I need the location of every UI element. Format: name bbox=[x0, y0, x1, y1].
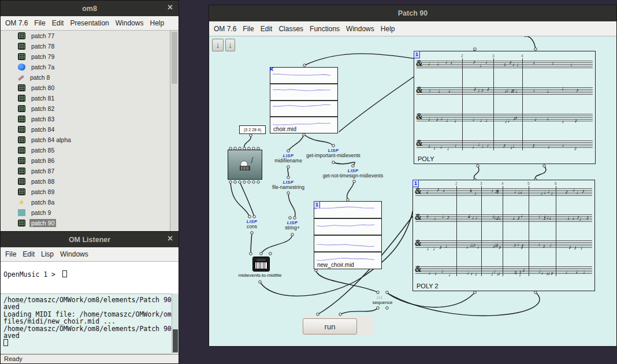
listener-statusbar: Ready bbox=[1, 354, 179, 363]
barline bbox=[503, 186, 503, 276]
list-item[interactable]: patch 90 bbox=[1, 218, 170, 228]
menu-item-presentation[interactable]: Presentation bbox=[70, 19, 109, 27]
base-icon bbox=[240, 166, 250, 170]
note-glyph: ♩ bbox=[562, 142, 567, 148]
eval-arrow-green-button[interactable]: ↓ bbox=[225, 39, 235, 51]
close-icon[interactable]: × bbox=[168, 233, 173, 244]
menu-item-help[interactable]: Help bbox=[381, 25, 395, 33]
list-item[interactable]: patch 89 bbox=[1, 187, 170, 197]
note-glyph: ♩ bbox=[454, 118, 460, 124]
menu-item-functions[interactable]: Functions bbox=[310, 25, 340, 33]
list-item[interactable]: patch 87 bbox=[1, 166, 170, 176]
list-value-box[interactable]: (3 2 28 4) bbox=[239, 125, 266, 134]
lisp-box-get-not-timesign-midievents[interactable]: LISP get-not-timesign-midievents bbox=[315, 169, 391, 179]
list-item[interactable]: patch 79 bbox=[1, 51, 170, 62]
close-icon[interactable]: × bbox=[168, 2, 173, 13]
list-item[interactable]: patch 88 bbox=[1, 176, 170, 187]
list-item[interactable]: patch 9 bbox=[1, 207, 170, 218]
patch-canvas[interactable]: ↓ ↓ × choir.mid (3 2 28 4) ʃ LISP midif bbox=[210, 36, 616, 346]
list-item[interactable]: patch 83 bbox=[1, 114, 170, 124]
listener-prompt-area[interactable]: OpenMusic 1 > bbox=[1, 262, 179, 294]
poly2-score-box[interactable]: 1 POLY 2 &&&&23456♩♪♩♪♩♩♩♪♪♪♩♩♩♩♩♩♩♪♩♩♪♪… bbox=[412, 180, 595, 291]
workspace-titlebar[interactable]: om8 × bbox=[1, 1, 179, 16]
note-glyph: ♪ bbox=[521, 243, 524, 248]
lisp-label: get-important-midievents bbox=[296, 153, 371, 158]
menu-item-file[interactable]: File bbox=[243, 25, 254, 33]
note-glyph: ♩ bbox=[562, 118, 567, 124]
list-item[interactable]: patch 7a bbox=[1, 62, 170, 72]
note-glyph: ♩ bbox=[581, 245, 586, 251]
list-item[interactable]: patch 77 bbox=[1, 31, 170, 41]
list-item[interactable]: patch 81 bbox=[1, 93, 170, 103]
menu-item-om-7-6[interactable]: OM 7.6 bbox=[214, 25, 236, 33]
note-glyph: ♩ bbox=[547, 116, 552, 121]
lane-divider bbox=[270, 116, 337, 117]
note-glyph: ♩ bbox=[429, 87, 434, 93]
list-item[interactable]: patch 84 bbox=[1, 124, 170, 135]
listener-titlebar[interactable]: OM Listener × bbox=[1, 232, 179, 247]
run-button[interactable]: run bbox=[303, 318, 357, 335]
menu-item-windows[interactable]: Windows bbox=[116, 19, 144, 27]
log-line: /home/tomaszc/OMWork/om8/elements/Patch … bbox=[3, 325, 172, 332]
patch-grid-icon bbox=[18, 53, 25, 60]
list-item[interactable]: patch 78 bbox=[1, 41, 170, 51]
midievents-to-midifile-box[interactable] bbox=[252, 257, 270, 272]
menu-item-edit[interactable]: Edit bbox=[52, 19, 64, 27]
note-glyph: ♩ bbox=[547, 88, 552, 94]
menu-item-windows[interactable]: Windows bbox=[346, 25, 374, 33]
list-item[interactable]: patch 84 alpha bbox=[1, 135, 170, 145]
menu-item-edit[interactable]: Edit bbox=[261, 25, 273, 33]
note-glyph: ♩ bbox=[443, 187, 448, 193]
voice-tag: 1 bbox=[414, 51, 420, 58]
measure-number: 2 bbox=[455, 181, 458, 185]
list-item[interactable]: patch 8 bbox=[1, 72, 170, 83]
patch-grid-icon bbox=[18, 95, 25, 102]
note-glyph: ♪ bbox=[515, 115, 518, 121]
patch-titlebar[interactable]: Patch 90 bbox=[209, 5, 616, 21]
menu-item-classes[interactable]: Classes bbox=[278, 25, 303, 33]
patch-grid-icon bbox=[18, 126, 25, 133]
note-glyph: ♪ bbox=[568, 244, 571, 250]
note-glyph: ♩ bbox=[521, 213, 526, 218]
list-item[interactable]: patch 86 bbox=[1, 155, 170, 166]
lisp-box-file-namestring[interactable]: LISP file-namestring bbox=[251, 180, 326, 190]
listener-window: OM Listener × FileEditLispWindows OpenMu… bbox=[0, 231, 179, 364]
lisp-box-get-important-midievents[interactable]: LISP get-important-midievents bbox=[296, 148, 371, 158]
list-item[interactable]: ★patch 8a bbox=[1, 197, 170, 207]
menu-item-om-7-6[interactable]: OM 7.6 bbox=[5, 19, 28, 27]
note-glyph: ♩ bbox=[477, 244, 482, 250]
patch-grid-icon bbox=[18, 136, 25, 143]
menu-item-file[interactable]: File bbox=[34, 19, 45, 27]
list-item[interactable]: patch 80 bbox=[1, 83, 170, 93]
patch-label: patch 90 bbox=[29, 219, 56, 227]
midi-file-box-new-choir[interactable]: 1 new_choir.mid bbox=[314, 201, 382, 269]
listener-log[interactable]: /home/tomaszc/OMWork/om8/elements/Patch … bbox=[1, 294, 172, 354]
note-glyph: ♪ bbox=[503, 62, 506, 68]
poly-score-box[interactable]: 1 POLY &&&&234♩♩♩♩♪♩♩♪♪♩♩♩♩♩♩♩♩♪♩♪♪♩♩♪♪♩… bbox=[414, 51, 596, 164]
barline bbox=[462, 58, 463, 150]
eval-arrow-blue-button[interactable]: ↓ bbox=[212, 39, 224, 51]
menu-item-lisp[interactable]: Lisp bbox=[41, 250, 54, 258]
scrollbar-thumb[interactable] bbox=[173, 329, 178, 352]
note-glyph: ♩ bbox=[549, 242, 555, 248]
menu-item-help[interactable]: Help bbox=[150, 19, 164, 27]
patch-label: patch 83 bbox=[29, 115, 56, 123]
patch-label: patch 82 bbox=[29, 105, 56, 113]
note-glyph: ♪ bbox=[574, 146, 577, 151]
menu-item-file[interactable]: File bbox=[5, 250, 16, 258]
workspace-scrollbar[interactable] bbox=[170, 31, 179, 236]
listener-scrollbar[interactable] bbox=[172, 294, 179, 354]
note-glyph: ♪ bbox=[551, 270, 553, 276]
workspace-menubar: OM 7.6FileEditPresentationWindowsHelp bbox=[1, 16, 179, 31]
menu-item-windows[interactable]: Windows bbox=[60, 250, 88, 258]
log-line: aved bbox=[3, 332, 172, 339]
listener-menubar: FileEditLispWindows bbox=[1, 247, 179, 262]
menu-item-edit[interactable]: Edit bbox=[23, 250, 35, 258]
note-glyph: ♪ bbox=[486, 86, 489, 92]
arrow-down-icon: ↓ bbox=[216, 40, 220, 50]
note-glyph: ♩ bbox=[426, 189, 432, 195]
list-item[interactable]: patch 82 bbox=[1, 103, 170, 114]
scrollbar-thumb[interactable] bbox=[172, 32, 177, 84]
list-item[interactable]: patch 85 bbox=[1, 145, 170, 155]
midi-file-box-choir[interactable]: × choir.mid bbox=[270, 67, 338, 133]
